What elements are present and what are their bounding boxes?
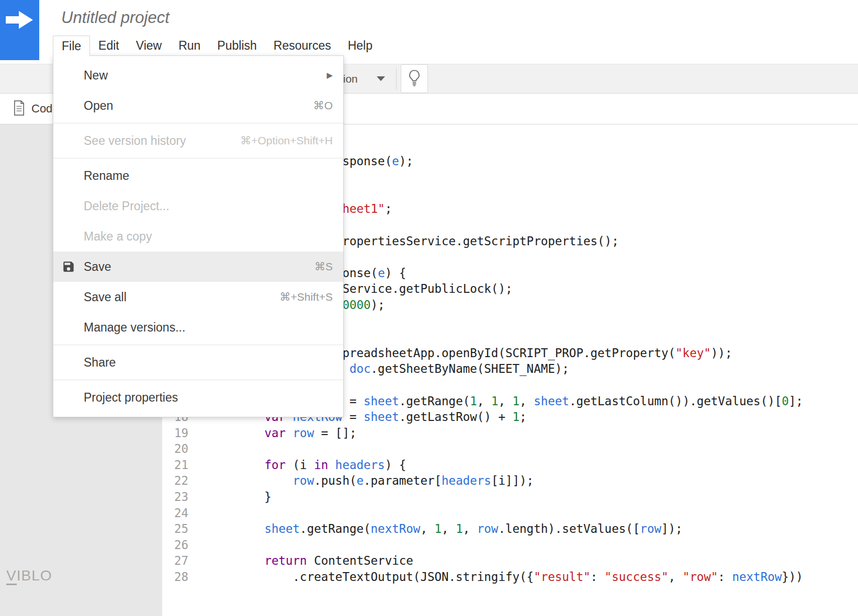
apps-script-logo — [0, 0, 39, 60]
submenu-arrow-icon: ▶ — [326, 71, 333, 80]
menu-separator — [53, 158, 343, 158]
viblo-watermark: VIBLO — [6, 567, 52, 584]
line-number: 23 — [162, 489, 188, 505]
file-icon — [13, 100, 31, 118]
file-menu-item-see-version-history: See version history⌘+Option+Shift+H — [53, 126, 343, 156]
line-number: 27 — [162, 553, 188, 569]
menu-item-shortcut: ⌘+Option+Shift+H — [240, 134, 333, 147]
menu-item-label: Manage versions... — [84, 321, 333, 335]
code-line[interactable]: var row = []; — [208, 425, 803, 441]
file-menu-item-rename[interactable]: Rename — [53, 161, 343, 191]
menu-item-shortcut: ⌘O — [313, 99, 333, 112]
floppy-icon — [62, 260, 75, 273]
menu-run[interactable]: Run — [170, 36, 209, 55]
file-menu: New▶Open⌘OSee version history⌘+Option+Sh… — [53, 55, 344, 417]
menu-item-label: Share — [84, 356, 333, 370]
file-menu-item-project-properties[interactable]: Project properties — [53, 382, 343, 413]
line-number: 26 — [162, 537, 188, 553]
line-number: 20 — [162, 441, 188, 457]
file-menu-item-save[interactable]: Save⌘S — [53, 252, 343, 282]
toolbar-separator — [396, 68, 397, 89]
lightbulb-icon — [407, 69, 422, 89]
code-line[interactable]: return ContentService — [208, 553, 803, 569]
file-menu-item-delete-project: Delete Project... — [53, 191, 343, 221]
suggestions-button[interactable] — [401, 64, 428, 93]
menu-item-label: See version history — [84, 134, 240, 148]
file-menu-item-manage-versions[interactable]: Manage versions... — [53, 312, 343, 343]
line-number: 19 — [162, 425, 188, 441]
menu-file[interactable]: File — [53, 36, 90, 56]
menu-item-label: Save all — [84, 290, 279, 304]
menu-item-label: Save — [84, 260, 314, 274]
code-line[interactable] — [208, 537, 803, 553]
code-line[interactable]: sheet.getRange(nextRow, 1, 1, row.length… — [208, 521, 803, 537]
code-line[interactable] — [208, 505, 803, 521]
file-menu-item-new[interactable]: New▶ — [53, 60, 343, 90]
file-menu-item-share[interactable]: Share — [53, 347, 343, 378]
chevron-down-icon — [377, 76, 385, 81]
menu-separator — [53, 123, 343, 123]
menu-publish[interactable]: Publish — [209, 36, 265, 55]
menu-item-shortcut: ⌘S — [314, 260, 333, 273]
code-line[interactable] — [208, 441, 803, 457]
menu-item-shortcut: ⌘+Shift+S — [279, 291, 333, 303]
file-menu-item-save-all[interactable]: Save all⌘+Shift+S — [53, 282, 343, 312]
menu-edit[interactable]: Edit — [90, 36, 128, 55]
menu-separator — [53, 380, 343, 380]
menu-item-label: Project properties — [84, 391, 333, 405]
menu-item-label: Open — [84, 99, 313, 113]
menu-item-label: Rename — [84, 169, 333, 183]
file-menu-item-make-a-copy: Make a copy — [53, 221, 343, 252]
line-number: 25 — [162, 521, 188, 537]
menu-item-label: Delete Project... — [84, 199, 333, 213]
code-line[interactable]: row.push(e.parameter[headers[i]]); — [208, 473, 803, 489]
line-number: 28 — [162, 569, 188, 585]
menu-help[interactable]: Help — [340, 36, 381, 55]
code-line[interactable]: .createTextOutput(JSON.stringify({"resul… — [208, 569, 803, 585]
code-line[interactable]: } — [208, 489, 803, 505]
menu-resources[interactable]: Resources — [265, 36, 340, 55]
code-line[interactable]: for (i in headers) { — [208, 457, 803, 473]
line-number: 24 — [162, 505, 188, 521]
menu-item-label: New — [84, 69, 326, 83]
file-menu-item-open[interactable]: Open⌘O — [53, 90, 343, 121]
menu-separator — [53, 345, 343, 345]
line-number: 22 — [162, 473, 188, 489]
project-title[interactable]: Untitled project — [61, 8, 170, 27]
menu-view[interactable]: View — [128, 36, 170, 55]
menu-item-label: Make a copy — [84, 230, 333, 244]
menu-bar: FileEditViewRunPublishResourcesHelp — [53, 36, 381, 55]
line-number: 21 — [162, 457, 188, 473]
